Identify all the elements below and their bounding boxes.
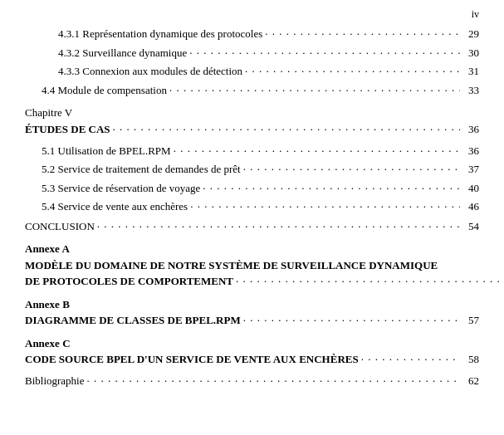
toc-label-chapter5: ÉTUDES DE CAS [25,121,110,138]
toc-dots-54 [190,196,460,213]
toc-dots-433 [245,61,460,77]
toc-page-conclusion: 54 [462,218,479,235]
toc-dots-53 [203,178,460,194]
toc-dots-annexA [236,271,504,287]
toc-entry-54: 5.4 Service de vente aux enchères 46 [25,198,479,215]
toc-label-432: 4.3.2 Surveillance dynamique [58,45,187,61]
toc-label-44: 4.4 Module de compensation [42,82,167,99]
annex-a-heading: Annexe A [25,241,479,257]
toc-label-annexC: CODE SOURCE BPEL D'UN SERVICE DE VENTE A… [25,351,359,368]
toc-dots-44 [169,80,460,96]
annex-b-block: Annexe B DIAGRAMME DE CLASSES DE BPEL.RP… [25,296,479,329]
annex-c-block: Annexe C CODE SOURCE BPEL D'UN SERVICE D… [25,335,479,368]
toc-entry-annexA: MODÈLE DU DOMAINE DE NOTRE SYSTÈME DE SU… [25,257,479,290]
toc-entry-51: 5.1 Utilisation de BPEL.RPM 36 [25,143,479,159]
toc-page-chapter5: 36 [462,121,479,138]
toc-label-53: 5.3 Service de réservation de voyage [42,180,200,197]
toc-dots-biblio [87,370,461,387]
toc-label-conclusion: CONCLUSION [25,218,95,235]
toc-entry-432: 4.3.2 Surveillance dynamique 30 [25,45,479,61]
toc-dots-431 [265,23,460,40]
annex-a-line2: DE PROTOCOLES DE COMPORTEMENT [25,273,233,290]
toc-page-biblio: 62 [462,373,479,389]
toc-page-433: 31 [462,63,479,80]
chapter5-heading: Chapitre V [25,106,479,120]
toc-page-annexB: 57 [462,312,479,329]
toc-entry-52: 5.2 Service de traitement de demandes de… [25,161,479,178]
toc-entry-433: 4.3.3 Connexion aux modules de détection… [25,63,479,80]
toc-dots-annexB [243,310,460,326]
toc-label-431: 4.3.1 Représentation dynamique des proto… [58,26,262,42]
toc-entry-conclusion: CONCLUSION 54 [25,218,479,235]
toc-dots-chapter5 [113,119,460,135]
toc-dots-52 [243,159,460,175]
toc-entry-annexC: CODE SOURCE BPEL D'UN SERVICE DE VENTE A… [25,351,479,368]
toc-dots-51 [174,140,460,157]
toc-label-51: 5.1 Utilisation de BPEL.RPM [42,143,171,159]
toc-entry-chapter5: ÉTUDES DE CAS 36 [25,121,479,140]
toc-page-432: 30 [462,45,479,61]
toc-label-biblio: Bibliographie [25,373,85,389]
toc-dots-conclusion [97,216,460,232]
toc-entry-53: 5.3 Service de réservation de voyage 40 [25,180,479,197]
toc-entry-biblio: Bibliographie 62 [25,373,479,389]
toc-page-51: 36 [462,143,479,159]
toc-dots-annexC [361,349,460,365]
toc-page-44: 33 [462,82,479,99]
toc-page-53: 40 [462,180,479,197]
toc-page-54: 46 [462,198,479,215]
toc-page-431: 29 [462,26,479,42]
toc-label-433: 4.3.3 Connexion aux modules de détection [58,63,242,80]
toc-dots-432 [189,42,460,59]
annex-a-block: Annexe A MODÈLE DU DOMAINE DE NOTRE SYST… [25,241,479,290]
toc-entry-44: 4.4 Module de compensation 33 [25,82,479,99]
toc-entry-431: 4.3.1 Représentation dynamique des proto… [25,26,479,42]
toc-label-54: 5.4 Service de vente aux enchères [42,198,188,215]
toc-entry-annexB: DIAGRAMME DE CLASSES DE BPEL.RPM 57 [25,312,479,329]
toc-label-annexB: DIAGRAMME DE CLASSES DE BPEL.RPM [25,312,241,329]
toc-page-52: 37 [462,161,479,178]
chapter5-heading-text: Chapitre V [25,106,72,119]
toc-label-52: 5.2 Service de traitement de demandes de… [42,161,241,178]
page-number-top: iv [25,8,479,21]
toc-page-annexC: 58 [462,351,479,368]
toc-container: iv 4.3.1 Représentation dynamique des pr… [25,8,479,389]
